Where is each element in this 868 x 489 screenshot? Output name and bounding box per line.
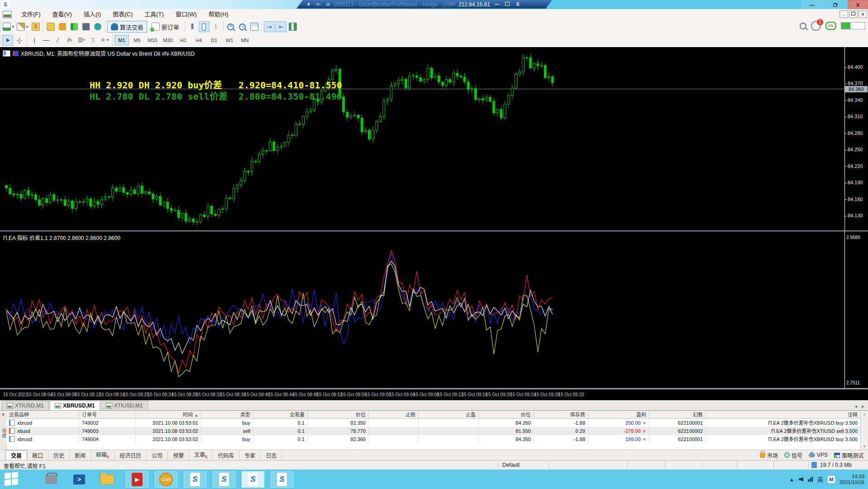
timeframe-button-h1[interactable]: H1 (176, 35, 191, 45)
scroll-down-icon[interactable]: ∨ (861, 444, 868, 448)
menu-item-4[interactable]: 工具(T) (138, 11, 170, 18)
rdp-restore-button[interactable] (504, 2, 511, 7)
rdp-connection-bar[interactable]: ▼ ⊣⊢ .ılı 1000113 - GourdBrotherProfServ… (296, 0, 552, 9)
line-chart-mode-icon[interactable]: ⌇ (210, 21, 221, 32)
file-explorer-icon[interactable] (96, 471, 119, 488)
table-scrollbar[interactable]: ∧ ∨ (860, 411, 868, 450)
rdp-minimize-button[interactable]: — (493, 2, 501, 7)
window-minimize-button[interactable]: — (801, 0, 822, 9)
language-indicator[interactable]: 英 (817, 475, 823, 484)
chart-tab-scroll-right-icon[interactable]: ► (861, 404, 865, 409)
link-market[interactable]: 市场 (760, 451, 778, 459)
rdp-close-button[interactable]: X (514, 2, 521, 7)
symbols-icon[interactable] (69, 21, 80, 32)
network-icon[interactable] (808, 477, 813, 482)
price-scale[interactable]: 84.40084.37084.34084.31084.28084.25084.2… (844, 47, 868, 389)
column-header-7[interactable]: 止盈 (419, 411, 479, 419)
fibonacci-tool-icon[interactable]: ☰F (76, 35, 87, 46)
close-position-icon[interactable]: ✕ (643, 429, 646, 434)
table-row[interactable]: xbrusd7490022021.10.08 03:53:01buy0.182.… (6, 419, 861, 427)
menu-item-6[interactable]: 帮助(H) (203, 11, 234, 18)
timeframe-button-m5[interactable]: M5 (130, 35, 144, 45)
menu-item-0[interactable]: 文件(F) (15, 11, 47, 18)
timeframe-button-mn[interactable]: MN (238, 35, 252, 45)
chart-shift-icon[interactable]: ⇤ (276, 21, 286, 32)
new-order-button[interactable]: + 新订单 (148, 21, 183, 33)
volume-icon[interactable] (799, 477, 803, 482)
column-header-1[interactable]: 订单号 (79, 411, 136, 419)
tile-windows-icon[interactable] (249, 21, 260, 32)
bottom-tab-5[interactable]: 经济日历 (114, 451, 147, 460)
bottom-tab-0[interactable]: 交易 (5, 450, 27, 460)
column-header-2[interactable]: 时间▲ (136, 411, 201, 419)
red-app-icon[interactable]: ▶ (126, 471, 148, 488)
time-axis[interactable]: 15 Oct 202115 Oct 08:0415 Oct 08:0815 Oc… (0, 389, 868, 401)
timeframe-button-h4[interactable]: H4 (191, 35, 206, 45)
column-header-0[interactable]: 交易品种 (6, 411, 79, 419)
crosshair-tool-icon[interactable]: -¦- (14, 35, 25, 46)
bottom-tab-1[interactable]: 敞口 (27, 451, 48, 460)
timeframe-button-m1[interactable]: M1 (114, 35, 129, 45)
pin-icon[interactable]: ⊣⊢ (314, 2, 322, 7)
powershell-icon[interactable]: > (68, 471, 91, 488)
link-tester[interactable]: 策略测试 (834, 451, 863, 459)
auto-scroll-icon[interactable]: ⇥ (264, 21, 275, 32)
status-profile[interactable]: Default (502, 462, 520, 468)
menu-item-5[interactable]: 窗口(W) (170, 11, 203, 18)
mt5-window-3-icon-active[interactable]: S (242, 471, 264, 488)
table-row[interactable]: xbrusd7490042021.10.08 03:53:02buy0.182.… (6, 435, 861, 443)
column-header-9[interactable]: 库存费 (534, 411, 588, 419)
bottom-tab-3[interactable]: 新闻 (70, 451, 91, 460)
tray-chevron-up-icon[interactable]: ▲ (789, 477, 794, 482)
candle-chart-mode-icon[interactable] (199, 21, 210, 32)
close-position-icon[interactable]: ✕ (643, 421, 646, 426)
column-header-4[interactable]: 交易量 (253, 411, 308, 419)
link-vps[interactable]: VPS (809, 452, 828, 458)
window-close-button[interactable]: X (848, 0, 868, 9)
bottom-tab-7[interactable]: 预警 (168, 451, 189, 460)
column-header-5[interactable]: 价位 (308, 411, 369, 419)
bottom-tab-2[interactable]: 历史 (48, 451, 70, 460)
column-header-8[interactable]: 价位 (479, 411, 534, 419)
mt5-window-1-icon[interactable]: S (184, 471, 206, 488)
bottom-tab-4[interactable]: 邮箱9 (91, 450, 114, 460)
bottom-tab-10[interactable]: 专家 (239, 451, 261, 460)
timeframe-button-d1[interactable]: D1 (207, 35, 221, 45)
timeframe-button-m30[interactable]: M30 (161, 35, 175, 45)
menu-item-3[interactable]: 图表(C) (107, 11, 138, 18)
indicators-icon[interactable] (287, 21, 298, 32)
chevron-down-icon[interactable]: ▼ (306, 2, 311, 7)
mdi-close-button[interactable]: x (858, 10, 867, 18)
close-position-icon[interactable]: ✕ (643, 437, 646, 442)
zoom-in-icon[interactable]: + (225, 21, 236, 32)
close-toolbox-icon[interactable]: x (0, 412, 6, 417)
mdi-restore-button[interactable] (849, 10, 858, 18)
column-header-10[interactable]: 盈利 (588, 411, 649, 419)
lvl-icon[interactable]: LVL (825, 22, 836, 30)
bottom-tab-8[interactable]: 文章5 (189, 450, 213, 460)
timeframe-button-w1[interactable]: W1 (222, 35, 237, 45)
menu-item-2[interactable]: 插入(I) (78, 11, 107, 18)
trendline-tool-icon[interactable]: ⁄ (52, 35, 63, 46)
signals-icon[interactable] (92, 21, 103, 32)
cursor-tool-icon[interactable]: ➤ (2, 35, 13, 46)
link-signal[interactable]: 信号 (784, 451, 802, 459)
chart-tab-0[interactable]: XTIUSD,M1 (2, 401, 49, 410)
chart-window[interactable]: XBRUSD, M1: 英国布伦特原油现货 US Dollar vs Brent… (0, 47, 868, 401)
search-icon[interactable] (800, 23, 806, 29)
window-restore-button[interactable] (822, 0, 848, 9)
market-icon[interactable] (57, 21, 68, 32)
bottom-tab-6[interactable]: 公司 (147, 451, 168, 460)
start-button[interactable] (5, 471, 23, 487)
mt5-window-4-icon[interactable]: S (271, 471, 293, 488)
bottom-tab-9[interactable]: 代码库 (213, 451, 239, 460)
table-row[interactable]: xtiusd7490032021.10.08 03:53:02sell0.178… (6, 427, 861, 435)
server-manager-icon[interactable] (40, 471, 62, 488)
menu-item-1[interactable]: 查看(V) (47, 11, 78, 18)
accounts-button[interactable]: $ (30, 21, 41, 32)
chart-tab-1[interactable]: XBRUSD,M1 (50, 401, 100, 410)
equidistant-channel-tool-icon[interactable]: ⫽E (64, 35, 75, 46)
chart-tab-scroll-left-icon[interactable]: ◄ (854, 404, 858, 409)
algo-trading-button[interactable]: 算法交易 (107, 21, 147, 33)
scroll-up-icon[interactable]: ∧ (861, 412, 868, 417)
